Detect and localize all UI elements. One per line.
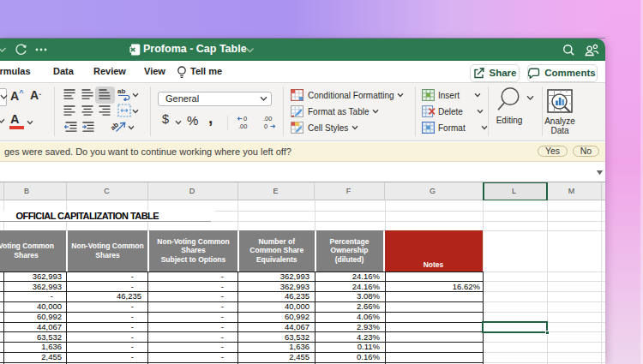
svg-text:0: 0: [264, 122, 267, 129]
svg-text:.00: .00: [238, 122, 247, 129]
svg-text:0: 0: [243, 115, 247, 122]
svg-text:.00: .00: [263, 115, 272, 122]
